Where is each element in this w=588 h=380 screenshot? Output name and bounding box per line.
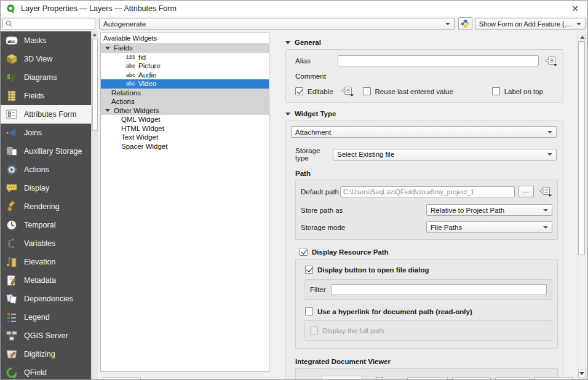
- sidebar-item-elevation[interactable]: Elevation: [1, 253, 98, 271]
- sidebar-item-masks[interactable]: abc Masks: [1, 31, 98, 50]
- sidebar-item-diagrams[interactable]: Diagrams: [1, 68, 98, 87]
- text-field-icon: abc: [125, 81, 138, 87]
- filter-input[interactable]: [331, 284, 547, 295]
- tree-item-video-selected[interactable]: abc Video: [101, 79, 269, 89]
- alias-input[interactable]: [338, 55, 539, 66]
- sidebar-item-qfield[interactable]: QField: [1, 363, 98, 380]
- toolbar: Autogenerate Show Form on Add Feature (g…: [1, 17, 587, 31]
- tree-item-html-widget[interactable]: HTML Widget: [101, 124, 269, 133]
- sidebar-scrollbar[interactable]: [91, 31, 98, 380]
- sidebar-item-attributes-form[interactable]: Attributes Form: [1, 105, 98, 124]
- sidebar-item-label: Variables: [24, 239, 55, 248]
- reuse-last-value-checkbox[interactable]: [363, 87, 371, 95]
- close-button[interactable]: ✕: [568, 4, 582, 14]
- section-title: Widget Type: [295, 110, 336, 117]
- tree-item-qml-widget[interactable]: QML Widget: [101, 115, 269, 124]
- default-path-label: Default path: [301, 188, 340, 196]
- widget-type-combo[interactable]: Attachment: [291, 126, 557, 138]
- data-defined-override-icon[interactable]: [543, 56, 558, 66]
- sidebar-item-label: Masks: [24, 36, 46, 45]
- scroll-down-icon: [579, 372, 584, 375]
- editable-checkbox[interactable]: [295, 87, 303, 95]
- display-icon: [6, 182, 18, 194]
- general-section-header[interactable]: General: [285, 39, 578, 46]
- sidebar-item-label: Joins: [24, 129, 42, 137]
- scrollbar-thumb[interactable]: [92, 39, 98, 131]
- expander-icon[interactable]: [105, 109, 110, 112]
- tree-group-actions[interactable]: Actions: [101, 97, 269, 106]
- storage-mode-combo[interactable]: File Paths: [426, 221, 552, 233]
- temporal-icon: [6, 219, 18, 231]
- data-defined-override-icon[interactable]: [371, 376, 386, 380]
- sidebar-item-metadata[interactable]: Metadata: [1, 271, 98, 290]
- sidebar-item-fields[interactable]: Fields: [1, 87, 98, 105]
- form-editor-mode-combo[interactable]: Autogenerate: [99, 18, 455, 30]
- storage-mode-label: Storage mode: [301, 224, 426, 231]
- variables-icon: [6, 237, 18, 250]
- tree-group-fields[interactable]: Fields: [101, 44, 269, 53]
- chevron-down-icon: [576, 23, 581, 25]
- bottom-button-partial[interactable]: [103, 377, 141, 380]
- tree-item-label: Picture: [138, 62, 161, 69]
- dependencies-icon: [6, 293, 18, 305]
- display-button-checkbox[interactable]: [305, 266, 313, 274]
- tree-item-audio[interactable]: abc Audio: [101, 71, 269, 80]
- tree-item-text-widget[interactable]: Text Widget: [101, 133, 269, 142]
- sidebar-item-qgis-server[interactable]: QGIS Server: [1, 327, 98, 345]
- sidebar-item-joins[interactable]: Joins: [1, 124, 98, 142]
- sidebar-item-variables[interactable]: Variables: [1, 234, 98, 253]
- sidebar-item-3d-view[interactable]: 3D View: [1, 50, 98, 68]
- sidebar-item-label: Elevation: [24, 258, 55, 266]
- bottom-button-partial[interactable]: [407, 377, 448, 380]
- sidebar-item-rendering[interactable]: Rendering: [1, 197, 98, 216]
- title-bar: Layer Properties — Layers — Attributes F…: [1, 1, 587, 17]
- viewer-type-combo[interactable]: Video: [322, 376, 362, 380]
- chevron-down-icon: [547, 131, 552, 133]
- sidebar-item-label: Digitizing: [24, 350, 55, 358]
- default-path-input[interactable]: C:\Users\SeqLaz\QField\cloud\my_project_…: [340, 186, 515, 197]
- browse-button[interactable]: ...: [518, 186, 534, 197]
- scrollbar-thumb[interactable]: [578, 41, 585, 255]
- widget-type-section-header[interactable]: Widget Type: [285, 110, 578, 117]
- label-on-top-label: Label on top: [504, 88, 543, 95]
- sidebar-item-dependencies[interactable]: Dependencies: [1, 290, 98, 308]
- bottom-button-partial[interactable]: [534, 377, 573, 380]
- chevron-down-icon: [547, 153, 552, 156]
- attributes-form-icon: [6, 108, 18, 121]
- display-resource-path-checkbox[interactable]: [300, 248, 308, 256]
- tree-group-label: Fields: [114, 44, 133, 52]
- bottom-button-partial[interactable]: [452, 377, 491, 380]
- text-field-icon: abc: [125, 63, 138, 69]
- tree-item-spacer-widget[interactable]: Spacer Widget: [101, 142, 269, 151]
- data-defined-override-icon[interactable]: [340, 86, 354, 97]
- data-defined-override-icon[interactable]: [538, 186, 552, 197]
- tree-item-fid[interactable]: 123 fid: [101, 53, 269, 62]
- tree-group-relations[interactable]: Relations: [101, 89, 269, 98]
- sidebar-item-temporal[interactable]: Temporal: [1, 216, 98, 234]
- sidebar-item-actions[interactable]: Actions: [1, 160, 98, 179]
- collapse-icon[interactable]: [285, 41, 290, 44]
- hyperlink-checkbox[interactable]: [305, 307, 313, 315]
- bottom-button-partial[interactable]: [495, 377, 530, 380]
- show-form-setting-combo[interactable]: Show Form on Add Feature (global setting…: [475, 18, 586, 30]
- scroll-down-button[interactable]: [578, 370, 586, 378]
- sidebar-item-legend[interactable]: Legend: [1, 308, 98, 327]
- expander-icon[interactable]: [105, 47, 110, 50]
- actions-icon: [6, 164, 18, 176]
- sidebar-item-digitizing[interactable]: Digitizing: [1, 345, 98, 363]
- collapse-icon[interactable]: [285, 113, 290, 116]
- tree-group-other-widgets[interactable]: Other Widgets: [101, 106, 269, 116]
- sidebar-item-display[interactable]: Display: [1, 179, 98, 197]
- store-path-as-combo[interactable]: Relative to Project Path: [426, 204, 552, 216]
- sidebar-item-auxiliary-storage[interactable]: Auxiliary Storage: [1, 142, 98, 160]
- storage-type-combo[interactable]: Select Existing file: [333, 149, 557, 160]
- python-init-function-button[interactable]: [458, 17, 472, 30]
- search-input[interactable]: [15, 20, 92, 28]
- chevron-down-icon: [543, 226, 548, 229]
- tree-item-picture[interactable]: abc Picture: [101, 61, 269, 71]
- form-scrollbar[interactable]: [577, 33, 586, 379]
- label-on-top-checkbox[interactable]: [492, 87, 500, 95]
- sidebar-search[interactable]: [2, 18, 95, 30]
- text-field-icon: abc: [125, 72, 138, 78]
- sidebar-item-label: Diagrams: [24, 73, 57, 82]
